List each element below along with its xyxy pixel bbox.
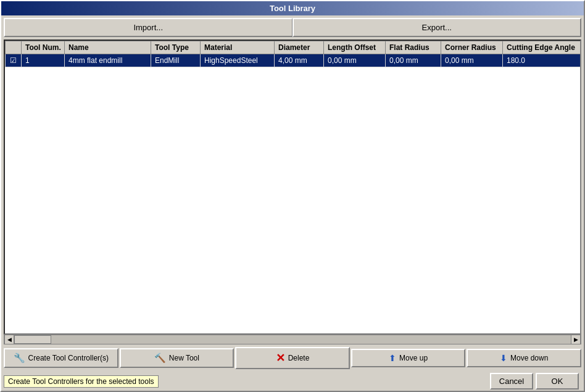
- col-header-diameter[interactable]: Diameter: [275, 41, 324, 54]
- tool-library-window: Tool Library Import... Export... Tool Nu…: [0, 0, 585, 392]
- delete-icon: ✕: [276, 351, 285, 365]
- delete-button[interactable]: ✕ Delete: [235, 347, 350, 369]
- col-header-flatrad[interactable]: Flat Radius: [386, 41, 441, 54]
- cell-material: HighSpeedSteel: [201, 54, 275, 67]
- new-tool-icon: 🔨: [154, 352, 166, 364]
- col-header-check: [6, 41, 22, 54]
- move-down-icon: ⬇: [500, 353, 507, 363]
- tooltip-box: Create Tool Controllers for the selected…: [4, 375, 159, 388]
- export-button[interactable]: Export...: [292, 18, 582, 37]
- scroll-right-button[interactable]: ▶: [571, 335, 581, 344]
- col-header-cuttingedge[interactable]: Cutting Edge Angle: [503, 41, 582, 54]
- cell-diameter: 4,00 mm: [275, 54, 324, 67]
- table-row[interactable]: ☑14mm flat endmillEndMillHighSpeedSteel4…: [6, 54, 582, 67]
- action-toolbar: 🔧 Create Tool Controller(s) 🔨 New Tool ✕…: [1, 344, 584, 372]
- cell-tooltype: EndMill: [151, 54, 201, 67]
- create-tc-label: Create Tool Controller(s): [28, 354, 109, 362]
- window-title: Tool Library: [270, 4, 315, 13]
- import-export-toolbar: Import... Export...: [1, 15, 584, 40]
- table-body: ☑14mm flat endmillEndMillHighSpeedSteel4…: [6, 54, 582, 67]
- col-header-cornerrad[interactable]: Corner Radius: [441, 41, 503, 54]
- table-header-row: Tool Num. Name Tool Type Material Diamet…: [6, 41, 582, 54]
- status-bar: Create Tool Controllers for the selected…: [1, 372, 584, 391]
- tool-table-container[interactable]: Tool Num. Name Tool Type Material Diamet…: [4, 40, 581, 335]
- col-header-lenoffset[interactable]: Length Offset: [324, 41, 386, 54]
- scroll-track[interactable]: [14, 335, 571, 344]
- cell-flatrad: 0,00 mm: [386, 54, 441, 67]
- col-header-tooltype[interactable]: Tool Type: [151, 41, 201, 54]
- col-header-name[interactable]: Name: [65, 41, 151, 54]
- move-up-label: Move up: [399, 354, 428, 362]
- create-tc-button[interactable]: 🔧 Create Tool Controller(s): [4, 348, 118, 368]
- tooltip-text: Create Tool Controllers for the selected…: [8, 377, 154, 386]
- horizontal-scrollbar[interactable]: ◀ ▶: [4, 335, 581, 344]
- move-up-button[interactable]: ⬆ Move up: [351, 349, 466, 367]
- col-header-material[interactable]: Material: [201, 41, 275, 54]
- col-header-toolnum[interactable]: Tool Num.: [22, 41, 65, 54]
- import-button[interactable]: Import...: [4, 18, 292, 37]
- move-down-label: Move down: [510, 354, 548, 362]
- move-up-icon: ⬆: [389, 353, 396, 363]
- move-down-button[interactable]: ⬇ Move down: [467, 349, 581, 367]
- cancel-button[interactable]: Cancel: [490, 373, 533, 390]
- scroll-left-button[interactable]: ◀: [4, 335, 14, 344]
- title-bar: Tool Library: [1, 1, 584, 15]
- cell-cuttingedge: 180.0: [503, 54, 582, 67]
- cell-toolnum: 1: [22, 54, 65, 67]
- cancel-ok-area: Cancel OK: [490, 373, 579, 390]
- cell-lenoffset: 0,00 mm: [324, 54, 386, 67]
- new-tool-label: New Tool: [169, 354, 199, 362]
- row-checkbox[interactable]: ☑: [6, 54, 22, 67]
- new-tool-button[interactable]: 🔨 New Tool: [120, 348, 234, 368]
- cell-name: 4mm flat endmill: [65, 54, 151, 67]
- ok-button[interactable]: OK: [536, 373, 579, 390]
- cell-cornerrad: 0,00 mm: [441, 54, 503, 67]
- tool-table: Tool Num. Name Tool Type Material Diamet…: [5, 41, 581, 67]
- wrench-icon: 🔧: [14, 352, 25, 364]
- delete-label: Delete: [288, 354, 310, 362]
- scroll-thumb[interactable]: [14, 335, 51, 344]
